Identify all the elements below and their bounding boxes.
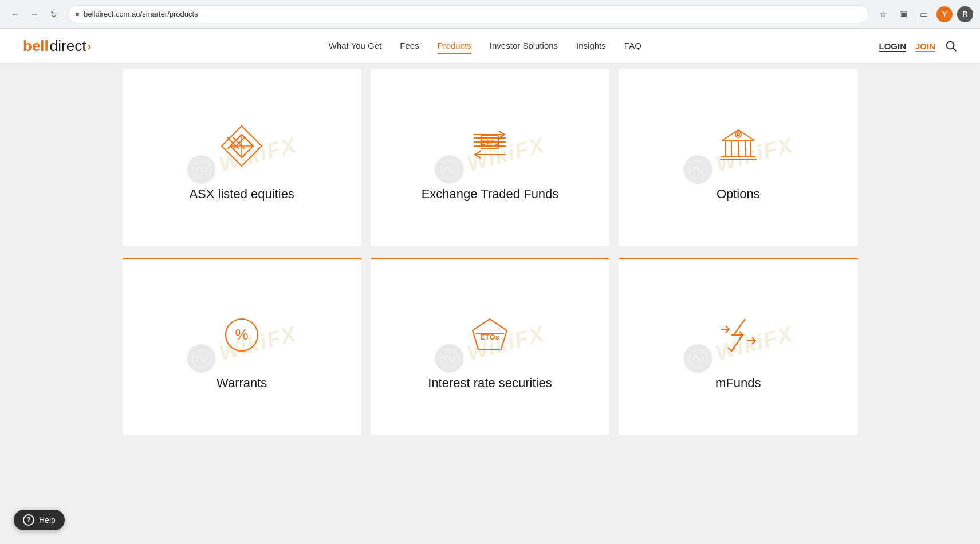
product-title-asx-equities: ASX listed equities [189,186,294,203]
lock-icon: ■ [75,10,79,18]
nav-insights[interactable]: Insights [576,38,606,54]
svg-point-11 [439,158,461,180]
nav-faq[interactable]: FAQ [624,38,641,54]
join-button[interactable]: JOIN [915,41,935,51]
svg-point-20 [687,158,709,180]
back-button[interactable]: ← [7,6,23,22]
login-button[interactable]: LOGIN [879,41,906,51]
product-title-options: Options [717,186,760,203]
product-title-mfunds: mFunds [715,375,761,392]
nav-investor-solutions[interactable]: Investor Solutions [490,38,558,54]
browser-nav-buttons: ← → ↻ [7,6,62,22]
nav-products[interactable]: Products [438,38,471,54]
svg-text:ETFs: ETFs [481,138,499,147]
product-card-mfunds[interactable]: WikiFX mFunds [619,258,857,435]
page-content: WikiFX [0,63,980,544]
products-grid: WikiFX [72,63,908,441]
svg-text:%: % [235,326,249,343]
product-card-etf[interactable]: WikiFX [371,69,609,246]
profile-avatar-y[interactable]: Y [936,6,953,22]
search-button[interactable] [944,40,957,52]
profile-avatar-r[interactable]: R [957,6,973,22]
product-icon-etos: ETOs [464,309,515,361]
main-navigation: What You Get Fees Products Investor Solu… [329,38,641,54]
product-icon-etf: ETFs [464,120,515,172]
svg-point-31 [190,347,212,369]
product-title-interest-rate: Interest rate securities [428,375,552,392]
svg-point-0 [947,42,954,49]
product-icon-warrants: % [216,309,267,361]
svg-point-30 [737,133,739,136]
product-title-warrants: Warrants [217,375,267,392]
url-text: belldirect.com.au/smarter/products [84,10,198,18]
help-label: Help [39,515,56,525]
devices-button[interactable]: ▭ [916,6,932,22]
svg-point-29 [735,132,741,137]
svg-point-2 [190,158,212,180]
product-card-asx-equities[interactable]: WikiFX [123,69,361,246]
nav-right-actions: LOGIN JOIN [879,40,957,52]
svg-point-38 [687,347,709,369]
browser-chrome: ← → ↻ ■ belldirect.com.au/smarter/produc… [0,0,980,29]
product-icon-mfunds [713,309,764,361]
help-icon: ? [23,514,34,526]
site-header: bell direct › What You Get Fees Products… [0,29,980,63]
product-card-warrants[interactable]: WikiFX % Warrants [123,258,361,435]
product-card-interest-rate[interactable]: WikiFX ETOs Interest rate securities [371,258,609,435]
search-icon [944,40,957,52]
nav-fees[interactable]: Fees [400,38,419,54]
help-button[interactable]: ? Help [14,510,65,530]
logo-light-text: direct [50,37,86,55]
product-icon-asx [216,120,267,172]
extension-button[interactable]: ▣ [895,6,911,22]
logo-bold-text: bell [23,37,49,55]
svg-line-1 [953,48,956,51]
forward-button[interactable]: → [26,6,42,22]
product-icon-options [713,120,764,172]
product-card-options[interactable]: WikiFX [619,69,857,246]
logo-chevron-icon: › [87,40,91,53]
logo[interactable]: bell direct › [23,37,91,55]
bookmark-button[interactable]: ☆ [875,6,891,22]
nav-what-you-get[interactable]: What You Get [329,38,382,54]
svg-point-34 [439,347,461,369]
product-title-etf: Exchange Traded Funds [422,186,559,203]
browser-actions: ☆ ▣ ▭ Y R [875,6,973,22]
address-bar[interactable]: ■ belldirect.com.au/smarter/products [68,5,869,23]
refresh-button[interactable]: ↻ [46,6,62,22]
